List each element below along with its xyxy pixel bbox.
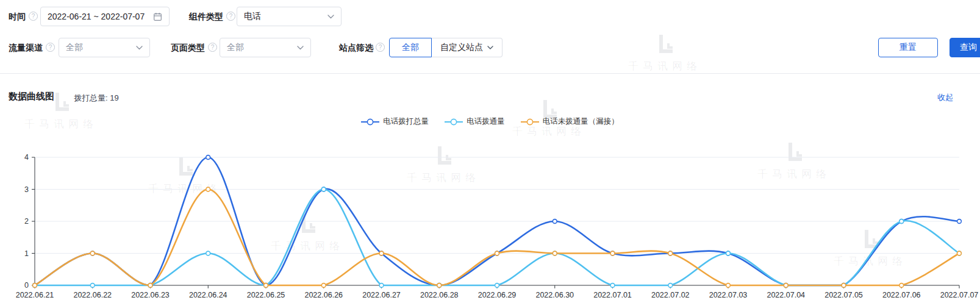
x-tick-label: 2022.06.22 <box>73 291 112 299</box>
chevron-down-icon <box>487 46 493 49</box>
x-tick-label: 2022.07.03 <box>709 291 748 299</box>
chart-legend: 电话拨打总量电话拨通量电话未拨通量（漏接） <box>0 116 980 127</box>
data-point-marker <box>784 283 788 288</box>
page-type-help-icon[interactable] <box>208 43 217 52</box>
reset-button[interactable]: 重置 <box>878 38 938 57</box>
collapse-link[interactable]: 收起 <box>937 92 953 103</box>
site-filter-custom-label: 自定义站点 <box>440 42 483 53</box>
y-tick-label: 4 <box>24 153 29 162</box>
data-point-marker <box>379 283 384 288</box>
traffic-channel-select[interactable]: 全部 <box>59 38 150 57</box>
legend-item[interactable]: 电话拨通量 <box>445 116 505 127</box>
y-tick-label: 3 <box>24 185 29 194</box>
date-range-value: 2022-06-21 ~ 2022-07-07 <box>48 12 153 21</box>
calendar-icon[interactable] <box>153 12 162 21</box>
x-tick-label: 2022.07.05 <box>824 291 863 299</box>
site-filter-segmented: 全部 自定义站点 <box>389 38 503 57</box>
query-button-label: 查询 <box>960 42 977 53</box>
legend-marker-icon <box>445 118 463 126</box>
x-tick-label: 2022.06.21 <box>16 291 54 299</box>
data-point-marker <box>726 283 731 288</box>
traffic-channel-label: 流量渠道 <box>9 38 43 57</box>
data-point-marker <box>553 251 557 255</box>
data-point-marker <box>726 251 731 255</box>
y-tick-label: 2 <box>24 217 29 226</box>
legend-item-label: 电话拨打总量 <box>383 116 429 127</box>
page-type-label: 页面类型 <box>171 38 205 57</box>
query-button[interactable]: 查询 <box>950 38 980 57</box>
traffic-channel-value: 全部 <box>66 42 136 53</box>
chevron-down-icon <box>327 15 334 19</box>
x-tick-label: 2022.06.25 <box>247 291 285 299</box>
page-type-select[interactable]: 全部 <box>220 38 311 57</box>
curve-chart[interactable]: 012342022.06.212022.06.222022.06.232022.… <box>0 140 980 303</box>
x-tick-label: 2022.06.23 <box>131 291 170 299</box>
y-tick-label: 1 <box>24 249 29 258</box>
x-tick-label: 2022.06.26 <box>304 291 343 299</box>
data-point-marker <box>264 283 268 288</box>
chevron-down-icon <box>136 46 143 50</box>
data-point-marker <box>900 219 904 224</box>
data-point-marker <box>957 251 962 255</box>
data-point-marker <box>206 251 210 255</box>
legend-item[interactable]: 电话拨打总量 <box>361 116 429 127</box>
data-point-marker <box>957 219 962 224</box>
component-type-value: 电话 <box>244 11 327 22</box>
series-line-1 <box>35 190 959 286</box>
y-tick-label: 0 <box>24 281 29 290</box>
site-filter-all-button[interactable]: 全部 <box>389 38 432 57</box>
panel-divider <box>0 73 980 74</box>
site-filter-help-icon[interactable] <box>376 43 385 52</box>
time-filter-label: 时间 <box>9 7 26 26</box>
x-tick-label: 2022.06.30 <box>535 291 574 299</box>
data-point-marker <box>842 283 846 288</box>
data-point-marker <box>495 283 499 288</box>
legend-item-label: 电话未拨通量（漏接） <box>543 116 619 127</box>
legend-item[interactable]: 电话未拨通量（漏接） <box>521 116 619 127</box>
filter-panel: 时间 2022-06-21 ~ 2022-07-07 组件类型 电话 流量渠道 … <box>0 0 980 73</box>
x-tick-label: 2022.06.24 <box>189 291 227 299</box>
chevron-down-icon <box>297 46 304 50</box>
site-filter-label: 站点筛选 <box>339 38 373 57</box>
data-point-marker <box>33 283 37 288</box>
traffic-channel-help-icon[interactable] <box>46 43 55 52</box>
component-type-select[interactable]: 电话 <box>237 7 342 26</box>
legend-marker-icon <box>521 118 539 126</box>
x-tick-label: 2022.06.27 <box>362 291 401 299</box>
data-point-marker <box>148 283 152 288</box>
x-tick-label: 2022.07.07 <box>940 291 979 299</box>
time-help-icon[interactable] <box>29 12 38 21</box>
data-point-marker <box>495 251 499 255</box>
x-tick-label: 2022.07.02 <box>651 291 690 299</box>
data-point-marker <box>206 155 210 160</box>
x-tick-label: 2022.07.06 <box>882 291 921 299</box>
data-point-marker <box>668 283 673 288</box>
data-point-marker <box>610 251 615 255</box>
component-type-label: 组件类型 <box>189 7 223 26</box>
chart-title: 数据曲线图 <box>9 91 54 102</box>
site-filter-custom-button[interactable]: 自定义站点 <box>432 38 503 57</box>
data-point-marker <box>90 251 95 255</box>
data-point-marker <box>321 283 326 288</box>
x-tick-label: 2022.07.01 <box>593 291 632 299</box>
x-tick-label: 2022.07.04 <box>767 291 805 299</box>
data-point-marker <box>379 251 384 255</box>
data-point-marker <box>321 187 326 191</box>
legend-marker-icon <box>361 118 379 126</box>
total-calls-stat: 拨打总量: 19 <box>74 93 119 104</box>
site-filter-all-label: 全部 <box>402 42 419 53</box>
data-point-marker <box>206 187 210 191</box>
date-range-input[interactable]: 2022-06-21 ~ 2022-07-07 <box>40 7 170 26</box>
x-tick-label: 2022.06.29 <box>478 291 517 299</box>
data-point-marker <box>437 283 442 288</box>
data-point-marker <box>900 283 904 288</box>
component-type-help-icon[interactable] <box>226 12 235 21</box>
data-point-marker <box>553 219 557 224</box>
x-tick-label: 2022.06.28 <box>420 291 459 299</box>
watermark-logo-icon <box>52 91 70 113</box>
data-point-marker <box>90 283 95 288</box>
legend-item-label: 电话拨通量 <box>467 116 505 127</box>
data-point-marker <box>610 283 615 288</box>
data-point-marker <box>668 251 673 255</box>
reset-button-label: 重置 <box>900 42 917 53</box>
